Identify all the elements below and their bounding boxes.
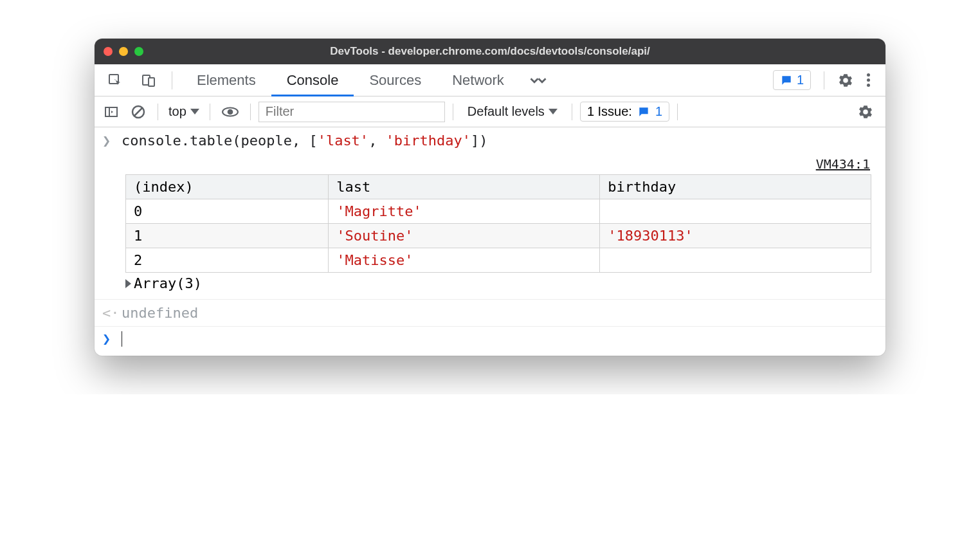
settings-icon[interactable] [837,72,854,89]
table-row[interactable]: 1 'Soutine' '18930113' [126,224,871,248]
issues-pill-label: 1 Issue: [587,104,632,119]
console-return-row: <· undefined [95,300,885,327]
clear-console-icon[interactable] [127,104,150,120]
issues-badge[interactable]: 1 [773,70,811,90]
table-cell-index: 0 [126,199,329,224]
table-cell-index: 2 [126,248,329,273]
device-toolbar-icon[interactable] [137,73,160,88]
sidebar-toggle-icon[interactable] [100,104,123,120]
context-selector[interactable]: top [166,104,202,119]
table-header-birthday[interactable]: birthday [600,175,871,199]
issues-badge-count: 1 [797,73,804,87]
table-cell-index: 1 [126,224,329,248]
table-header-index[interactable]: (index) [126,175,329,199]
chevron-down-icon [190,109,199,114]
tab-sources[interactable]: Sources [354,64,437,96]
titlebar: DevTools - developer.chrome.com/docs/dev… [95,39,885,64]
array-summary-label: Array(3) [134,275,202,291]
inspect-element-icon[interactable] [104,73,127,88]
prompt-chevron-icon: ❯ [102,331,114,347]
panel-tabs: Elements Console Sources Network [181,64,557,96]
maximize-window-button[interactable] [134,47,143,56]
tab-console[interactable]: Console [271,64,354,96]
svg-point-6 [227,109,233,114]
table-cell-birthday [600,248,871,273]
table-row[interactable]: 0 'Magritte' [126,199,871,224]
return-chevron-icon: <· [102,305,114,321]
issues-pill-count: 1 [655,104,662,119]
console-table: (index) last birthday 0 'Magritte' 1 'So… [125,174,871,273]
table-header-last[interactable]: last [329,175,600,199]
source-link[interactable]: VM434:1 [95,154,885,174]
expand-triangle-icon [125,279,131,288]
tab-network[interactable]: Network [437,64,520,96]
table-cell-last: 'Magritte' [329,199,600,224]
array-expand-toggle[interactable]: Array(3) [95,273,885,297]
table-cell-birthday: '18930113' [600,224,871,248]
console-prompt[interactable]: ❯ [95,327,885,356]
return-value: undefined [122,305,198,321]
table-cell-last: 'Soutine' [329,224,600,248]
window-title: DevTools - developer.chrome.com/docs/dev… [330,45,650,58]
more-tabs-button[interactable] [520,64,557,96]
svg-rect-2 [149,78,154,86]
table-row[interactable]: 2 'Matisse' [126,248,871,273]
table-cell-birthday [600,199,871,224]
devtools-window: DevTools - developer.chrome.com/docs/dev… [95,39,885,356]
text-cursor [122,331,122,347]
log-levels-selector[interactable]: Default levels [461,104,564,119]
main-tabs-bar: Elements Console Sources Network 1 [95,64,885,96]
table-header-row: (index) last birthday [126,175,871,199]
input-chevron-icon: ❯ [102,132,114,149]
console-input-code: console.table(people, ['last', 'birthday… [122,132,488,149]
tab-elements[interactable]: Elements [181,64,271,96]
console-output: ❯ console.table(people, ['last', 'birthd… [95,127,885,356]
console-toolbar: top Default levels 1 Issue: 1 [95,96,885,127]
live-expression-icon[interactable] [218,104,242,120]
traffic-lights [104,47,143,56]
console-settings-icon[interactable] [857,104,880,120]
chevron-down-icon [549,109,558,114]
log-levels-label: Default levels [467,104,545,119]
kebab-menu-icon[interactable] [863,73,874,87]
close-window-button[interactable] [104,47,113,56]
issues-pill[interactable]: 1 Issue: 1 [580,102,669,122]
context-selector-label: top [168,104,186,119]
filter-input[interactable] [259,102,445,122]
console-input-row: ❯ console.table(people, ['last', 'birthd… [95,127,885,154]
table-cell-last: 'Matisse' [329,248,600,273]
minimize-window-button[interactable] [119,47,128,56]
